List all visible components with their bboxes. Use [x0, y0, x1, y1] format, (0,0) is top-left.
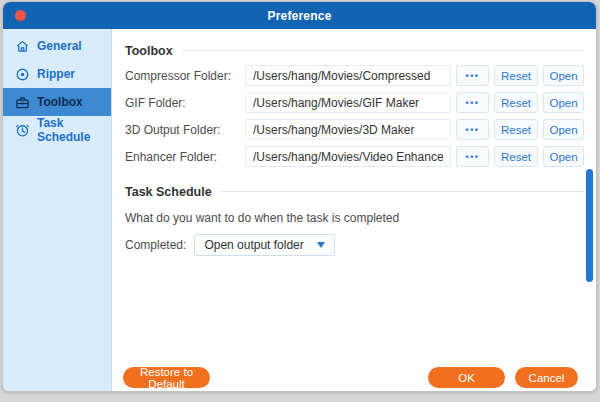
window-title: Preference	[267, 9, 331, 23]
compressor-open-button[interactable]: Open	[543, 65, 584, 86]
compressor-folder-input[interactable]	[245, 65, 451, 86]
gif-folder-label: GIF Folder:	[125, 96, 245, 110]
sidebar-item-label: Task Schedule	[37, 116, 111, 144]
enhancer-folder-input[interactable]	[245, 146, 451, 167]
preference-window: Preference General	[2, 1, 597, 392]
section-divider	[182, 50, 584, 51]
3d-reset-button[interactable]: Reset	[494, 119, 538, 140]
3d-output-folder-input[interactable]	[245, 119, 451, 140]
enhancer-browse-button[interactable]: •••	[456, 146, 489, 167]
task-schedule-description: What do you want to do when the task is …	[125, 211, 584, 225]
chevron-down-icon	[317, 242, 325, 248]
completed-row: Completed: Open output folder	[125, 234, 584, 256]
task-schedule-section-title: Task Schedule	[125, 185, 212, 199]
compressor-reset-button[interactable]: Reset	[494, 65, 538, 86]
gif-folder-row: GIF Folder: ••• Reset Open	[125, 92, 584, 113]
completed-label: Completed:	[125, 238, 186, 252]
home-icon	[15, 39, 30, 54]
title-bar: Preference	[3, 2, 596, 29]
gif-reset-button[interactable]: Reset	[494, 92, 538, 113]
sidebar-item-label: Toolbox	[37, 95, 83, 109]
clock-icon	[15, 123, 30, 138]
3d-open-button[interactable]: Open	[543, 119, 584, 140]
compressor-browse-button[interactable]: •••	[456, 65, 489, 86]
compressor-folder-row: Compressor Folder: ••• Reset Open	[125, 65, 584, 86]
sidebar: General Ripper	[3, 29, 112, 391]
close-button[interactable]	[15, 10, 26, 21]
enhancer-reset-button[interactable]: Reset	[494, 146, 538, 167]
section-divider	[221, 191, 584, 192]
content-panel: Toolbox Compressor Folder: ••• Reset Ope…	[112, 29, 596, 391]
gif-folder-input[interactable]	[245, 92, 451, 113]
enhancer-folder-label: Enhancer Folder:	[125, 150, 245, 164]
cancel-button[interactable]: Cancel	[515, 367, 578, 388]
gif-open-button[interactable]: Open	[543, 92, 584, 113]
enhancer-folder-row: Enhancer Folder: ••• Reset Open	[125, 146, 584, 167]
main-area: General Ripper	[3, 29, 596, 391]
3d-output-folder-label: 3D Output Folder:	[125, 123, 245, 137]
completed-action-select[interactable]: Open output folder	[194, 234, 334, 256]
toolbox-section-header: Toolbox	[125, 42, 584, 59]
enhancer-open-button[interactable]: Open	[543, 146, 584, 167]
disc-icon	[15, 67, 30, 82]
toolbox-icon	[15, 95, 30, 110]
sidebar-item-task-schedule[interactable]: Task Schedule	[3, 116, 111, 144]
ok-button[interactable]: OK	[428, 367, 505, 388]
toolbox-section-title: Toolbox	[125, 44, 173, 58]
sidebar-item-label: General	[37, 39, 82, 53]
completed-action-value: Open output folder	[204, 238, 303, 252]
restore-to-default-button[interactable]: Restore to Default	[123, 367, 210, 388]
sidebar-item-general[interactable]: General	[3, 32, 111, 60]
compressor-folder-label: Compressor Folder:	[125, 69, 245, 83]
sidebar-item-toolbox[interactable]: Toolbox	[3, 88, 111, 116]
sidebar-item-ripper[interactable]: Ripper	[3, 60, 111, 88]
3d-output-folder-row: 3D Output Folder: ••• Reset Open	[125, 119, 584, 140]
3d-browse-button[interactable]: •••	[456, 119, 489, 140]
vertical-scrollbar-thumb[interactable]	[586, 169, 593, 282]
gif-browse-button[interactable]: •••	[456, 92, 489, 113]
sidebar-item-label: Ripper	[37, 67, 75, 81]
task-schedule-section-header: Task Schedule	[125, 183, 584, 200]
